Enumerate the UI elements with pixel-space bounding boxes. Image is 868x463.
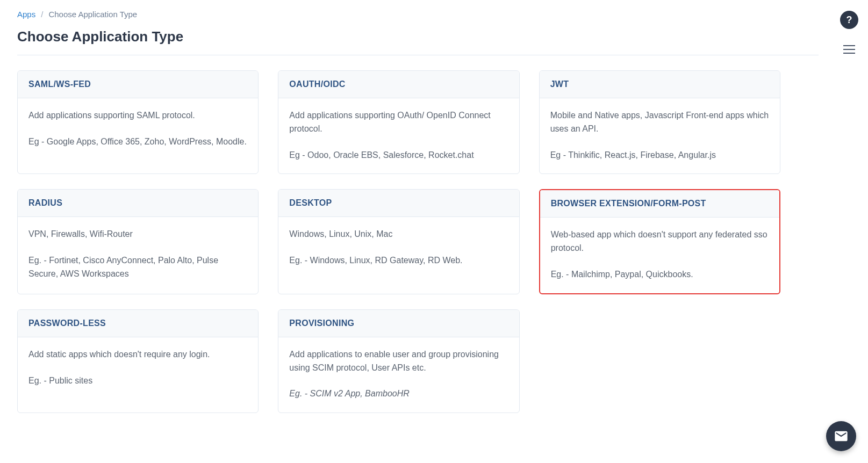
page-title: Choose Application Type (17, 28, 819, 45)
breadcrumb: Apps / Choose Application Type (17, 10, 819, 19)
card-title: DESKTOP (289, 198, 508, 208)
card-example: Eg - Odoo, Oracle EBS, Salesforce, Rocke… (289, 149, 508, 162)
card-body: Add applications supporting SAML protoco… (18, 98, 258, 161)
card-header: SAML/WS-FED (18, 71, 258, 98)
card-header: OAUTH/OIDC (278, 71, 519, 98)
card-description: Web-based app which doesn't support any … (551, 228, 769, 255)
card-description: Add static apps which doesn't require an… (28, 348, 247, 361)
main-content: Apps / Choose Application Type Choose Ap… (0, 0, 836, 424)
card-example: Eg. - Fortinet, Cisco AnyConnect, Palo A… (28, 254, 247, 281)
app-type-card[interactable]: JWTMobile and Native apps, Javascript Fr… (539, 70, 780, 174)
app-type-card[interactable]: BROWSER EXTENSION/FORM-POSTWeb-based app… (539, 189, 780, 294)
card-body: Add static apps which doesn't require an… (18, 337, 258, 400)
app-type-card[interactable]: PROVISIONINGAdd applications to enable u… (278, 309, 519, 413)
app-type-card[interactable]: OAUTH/OIDCAdd applications supporting OA… (278, 70, 519, 174)
card-example: Eg. - Public sites (28, 374, 247, 388)
mail-fab[interactable] (826, 421, 856, 451)
card-header: RADIUS (18, 190, 258, 217)
card-body: Windows, Linux, Unix, MacEg. - Windows, … (278, 217, 519, 279)
mail-icon (834, 429, 849, 444)
card-body: Add applications supporting OAuth/ OpenI… (278, 98, 519, 173)
card-description: Add applications supporting OAuth/ OpenI… (289, 109, 508, 136)
card-description: Add applications to enable user and grou… (289, 348, 508, 375)
card-title: PASSWORD-LESS (28, 319, 247, 328)
app-type-card[interactable]: SAML/WS-FEDAdd applications supporting S… (17, 70, 259, 174)
card-description: Mobile and Native apps, Javascript Front… (550, 109, 769, 136)
card-header: PASSWORD-LESS (18, 310, 258, 337)
card-header: PROVISIONING (278, 310, 519, 337)
breadcrumb-current: Choose Application Type (48, 10, 137, 19)
card-body: Web-based app which doesn't support any … (540, 218, 779, 293)
card-title: OAUTH/OIDC (289, 79, 508, 89)
right-icon-column: ? (840, 11, 858, 54)
card-example: Eg - Thinkific, React.js, Firebase, Angu… (550, 149, 769, 162)
card-example: Eg. - Mailchimp, Paypal, Quickbooks. (551, 268, 769, 281)
breadcrumb-separator: / (41, 10, 43, 19)
card-title: RADIUS (28, 198, 247, 208)
app-type-card[interactable]: PASSWORD-LESSAdd static apps which doesn… (17, 309, 259, 413)
card-title: SAML/WS-FED (28, 79, 247, 89)
card-body: Add applications to enable user and grou… (278, 337, 519, 413)
card-description: Windows, Linux, Unix, Mac (289, 228, 508, 241)
card-title: JWT (550, 79, 769, 89)
breadcrumb-parent-link[interactable]: Apps (17, 10, 35, 19)
help-icon[interactable]: ? (840, 11, 858, 29)
card-description: Add applications supporting SAML protoco… (28, 109, 247, 122)
card-body: Mobile and Native apps, Javascript Front… (540, 98, 780, 173)
card-title: BROWSER EXTENSION/FORM-POST (551, 199, 769, 208)
card-example: Eg. - Windows, Linux, RD Gateway, RD Web… (289, 254, 508, 267)
card-body: VPN, Firewalls, Wifi-RouterEg. - Fortine… (18, 217, 258, 292)
app-type-card[interactable]: DESKTOPWindows, Linux, Unix, MacEg. - Wi… (278, 189, 519, 294)
hamburger-icon[interactable] (843, 45, 855, 54)
card-example: Eg. - SCIM v2 App, BambooHR (289, 387, 508, 401)
card-header: BROWSER EXTENSION/FORM-POST (540, 190, 779, 218)
card-header: DESKTOP (278, 190, 519, 217)
card-header: JWT (540, 71, 780, 98)
card-description: VPN, Firewalls, Wifi-Router (28, 228, 247, 241)
app-type-card[interactable]: RADIUSVPN, Firewalls, Wifi-RouterEg. - F… (17, 189, 259, 294)
card-title: PROVISIONING (289, 319, 508, 328)
divider (17, 55, 819, 55)
card-example: Eg - Google Apps, Office 365, Zoho, Word… (28, 135, 247, 149)
cards-grid: SAML/WS-FEDAdd applications supporting S… (17, 70, 780, 413)
